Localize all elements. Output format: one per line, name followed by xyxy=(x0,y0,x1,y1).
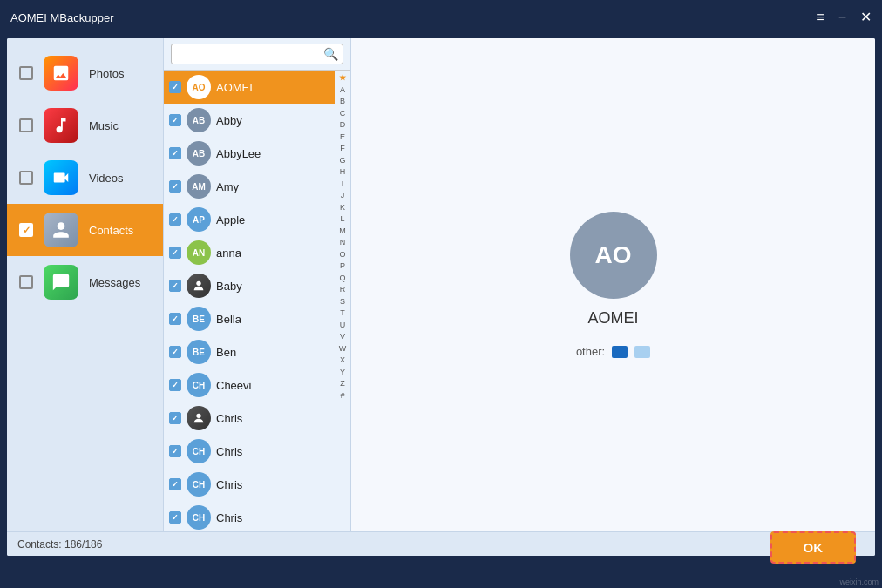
contact-name-chris3: Chris xyxy=(216,478,329,491)
contact-avatar-chris3: CH xyxy=(187,472,211,497)
other-label: other: xyxy=(576,345,605,358)
sidebar-item-messages[interactable]: Messages xyxy=(7,256,163,308)
contact-avatar-baby xyxy=(187,274,211,298)
ok-button[interactable]: OK xyxy=(770,531,857,564)
detail-name: AOMEI xyxy=(587,309,638,328)
contact-item-chris3[interactable]: CHChris xyxy=(164,468,335,501)
alpha-O[interactable]: O xyxy=(339,249,345,261)
messages-checkbox[interactable] xyxy=(19,275,33,289)
alpha-A[interactable]: A xyxy=(340,84,345,97)
contact-check-chris4[interactable] xyxy=(169,511,181,524)
alpha-K[interactable]: K xyxy=(340,202,345,214)
alpha-F[interactable]: F xyxy=(340,143,345,155)
alpha-M[interactable]: M xyxy=(339,226,346,238)
svg-point-1 xyxy=(196,414,200,418)
contact-check-bella[interactable] xyxy=(169,313,181,325)
close-button[interactable]: ✕ xyxy=(860,10,872,24)
contact-item-amy[interactable]: AMAmy xyxy=(164,170,335,203)
sidebar-messages-label: Messages xyxy=(89,276,140,289)
contact-item-chris2[interactable]: CHChris xyxy=(164,435,335,468)
sidebar-item-photos[interactable]: Photos xyxy=(7,47,163,99)
contact-name-chris1: Chris xyxy=(216,412,329,425)
alpha-Y[interactable]: Y xyxy=(340,367,345,379)
contact-item-abbylee[interactable]: ABAbbyLee xyxy=(164,137,335,170)
contact-item-chris1[interactable]: Chris xyxy=(164,402,335,435)
contact-check-amy[interactable] xyxy=(169,180,181,193)
contact-check-baby[interactable] xyxy=(169,280,181,292)
contact-name-abby: Abby xyxy=(216,114,329,127)
sidebar-item-videos[interactable]: Videos xyxy=(7,152,163,204)
minimize-button[interactable]: − xyxy=(838,10,846,24)
sidebar-item-music[interactable]: Music xyxy=(7,99,163,152)
alpha-X[interactable]: X xyxy=(340,355,345,367)
contact-check-chris3[interactable] xyxy=(169,478,181,490)
contact-check-chris2[interactable] xyxy=(169,445,181,457)
contact-check-cheevi[interactable] xyxy=(169,379,181,391)
sidebar-music-label: Music xyxy=(89,119,119,132)
contact-check-chris1[interactable] xyxy=(169,412,181,424)
menu-icon[interactable]: ≡ xyxy=(816,10,824,24)
contact-item-cheevi[interactable]: CHCheevi xyxy=(164,368,335,402)
contacts-checkbox[interactable] xyxy=(19,223,33,237)
status-text: Contacts: 186/186 xyxy=(17,538,102,551)
alpha-★[interactable]: ★ xyxy=(339,72,346,84)
statusbar: Contacts: 186/186 xyxy=(7,531,875,556)
contact-item-ben[interactable]: BEBen xyxy=(164,335,335,368)
alpha-D[interactable]: D xyxy=(340,119,346,132)
contact-check-abby[interactable] xyxy=(169,114,181,126)
detail-other: other: xyxy=(576,345,650,358)
alpha-P[interactable]: P xyxy=(340,260,345,273)
alpha-W[interactable]: W xyxy=(339,343,347,355)
contact-item-abby[interactable]: ABAbby xyxy=(164,104,335,137)
videos-checkbox[interactable] xyxy=(19,171,33,185)
sidebar-photos-label: Photos xyxy=(89,67,124,80)
photos-checkbox[interactable] xyxy=(19,66,33,80)
contact-check-anna[interactable] xyxy=(169,247,181,259)
contact-avatar-anna: AN xyxy=(187,240,211,265)
music-checkbox[interactable] xyxy=(19,118,33,132)
contact-name-abbylee: AbbyLee xyxy=(216,147,329,160)
contact-avatar-ben: BE xyxy=(187,340,211,364)
contact-avatar-cheevi: CH xyxy=(187,373,211,397)
contact-item-anna[interactable]: ANanna xyxy=(164,236,335,269)
alpha-index: ★ABCDEFGHIJKLMNOPQRSTUVWXYZ# xyxy=(335,71,350,531)
alpha-Z[interactable]: Z xyxy=(340,378,345,390)
contact-item-apple[interactable]: APApple xyxy=(164,203,335,236)
search-input[interactable] xyxy=(171,44,343,64)
sidebar: Photos Music Videos xyxy=(7,38,164,531)
alpha-#[interactable]: # xyxy=(340,390,344,402)
contact-check-abbylee[interactable] xyxy=(169,147,181,159)
alpha-S[interactable]: S xyxy=(340,296,345,308)
alpha-I[interactable]: I xyxy=(342,179,344,191)
contact-item-bella[interactable]: BEBella xyxy=(164,302,335,335)
contact-check-apple[interactable] xyxy=(169,213,181,226)
watermark: weixin.com xyxy=(839,578,879,586)
alpha-E[interactable]: E xyxy=(340,132,345,144)
alpha-U[interactable]: U xyxy=(340,320,346,332)
alpha-R[interactable]: R xyxy=(340,284,346,296)
alpha-G[interactable]: G xyxy=(339,155,345,167)
contact-item-chris4[interactable]: CHChris xyxy=(164,501,335,531)
contact-item-baby[interactable]: Baby xyxy=(164,269,335,302)
contact-check-aomei[interactable] xyxy=(169,81,181,93)
search-bar: 🔍 xyxy=(164,38,350,71)
contact-check-ben[interactable] xyxy=(169,346,181,358)
contact-name-apple: Apple xyxy=(216,213,329,226)
main-container: Photos Music Videos xyxy=(7,38,875,556)
alpha-L[interactable]: L xyxy=(340,213,344,226)
alpha-H[interactable]: H xyxy=(340,166,346,179)
content-area: Photos Music Videos xyxy=(7,38,875,531)
alpha-B[interactable]: B xyxy=(340,96,345,108)
contact-item-aomei[interactable]: AOAOMEI xyxy=(164,71,335,104)
detail-avatar: AO xyxy=(570,212,657,299)
alpha-T[interactable]: T xyxy=(340,308,345,320)
alpha-Q[interactable]: Q xyxy=(339,273,345,285)
contact-name-ben: Ben xyxy=(216,346,329,359)
sidebar-item-contacts[interactable]: Contacts xyxy=(7,204,163,256)
messages-icon xyxy=(44,265,78,300)
alpha-V[interactable]: V xyxy=(340,331,345,343)
alpha-J[interactable]: J xyxy=(341,190,345,202)
alpha-N[interactable]: N xyxy=(340,237,346,249)
contact-avatar-apple: AP xyxy=(187,207,211,232)
alpha-C[interactable]: C xyxy=(340,108,346,120)
